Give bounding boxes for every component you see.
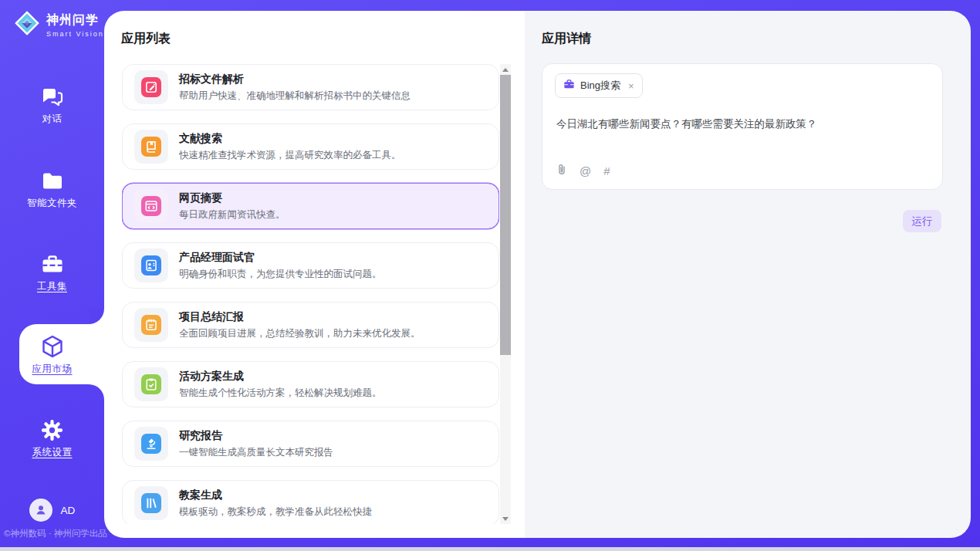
user-initials: AD bbox=[61, 505, 76, 516]
scroll-up-button[interactable] bbox=[500, 64, 511, 75]
sidebar-item-label: 系统设置 bbox=[32, 446, 73, 459]
app-card[interactable]: 教案生成 模板驱动，教案秒成，教学准备从此轻松快捷 bbox=[122, 480, 499, 524]
app-card-title: 产品经理面试官 bbox=[179, 251, 382, 265]
app-icon-tile bbox=[134, 130, 168, 164]
browser-code-icon bbox=[141, 196, 161, 216]
app-card-desc: 全面回顾项目进展，总结经验教训，助力未来优化发展。 bbox=[179, 327, 421, 340]
briefcase-icon bbox=[563, 79, 575, 93]
scroll-thumb[interactable] bbox=[500, 75, 511, 355]
app-card[interactable]: 产品经理面试官 明确身份和职责，为您提供专业性的面试问题。 bbox=[122, 242, 499, 289]
tool-tag-close-icon[interactable]: × bbox=[628, 80, 634, 92]
prompt-input-card[interactable]: Bing搜索 × 今日湖北有哪些新闻要点？有哪些需要关注的最新政策？ @ # bbox=[542, 63, 943, 190]
scrollbar[interactable] bbox=[500, 64, 511, 524]
mention-icon[interactable]: @ bbox=[580, 165, 591, 177]
app-card[interactable]: 项目总结汇报 全面回顾项目进展，总结经验教训，助力未来优化发展。 bbox=[122, 302, 499, 348]
scroll-down-button[interactable] bbox=[500, 513, 511, 524]
app-card[interactable]: 文献搜索 快速精准查找学术资源，提高研究效率的必备工具。 bbox=[122, 123, 499, 170]
book-icon bbox=[141, 137, 161, 157]
cube-icon bbox=[40, 335, 65, 358]
app-card[interactable]: 研究报告 一键智能生成高质量长文本研究报告 bbox=[122, 421, 499, 467]
app-icon-tile bbox=[134, 308, 168, 342]
folder-icon bbox=[41, 169, 64, 192]
sidebar-item-chat[interactable]: 对话 bbox=[0, 85, 104, 126]
brand-logo-icon bbox=[13, 9, 41, 40]
toolbox-icon bbox=[41, 252, 64, 276]
scroll-up-icon bbox=[502, 68, 509, 72]
user-row[interactable]: AD bbox=[0, 499, 104, 522]
app-card-title: 网页摘要 bbox=[179, 191, 286, 205]
app-card-desc: 每日政府新闻资讯快查。 bbox=[179, 208, 286, 221]
interviewer-icon bbox=[141, 255, 161, 276]
attachment-icon[interactable] bbox=[556, 163, 567, 179]
content-frame: 应用列表 招标文件解析 帮助用户快速、准确地理解和解析招标书中的关键信息 文献搜… bbox=[104, 11, 971, 538]
active-tab-curve-bottom bbox=[89, 384, 104, 400]
prompt-query-text: 今日湖北有哪些新闻要点？有哪些需要关注的最新政策？ bbox=[556, 117, 930, 132]
app-card[interactable]: 活动方案生成 智能生成个性化活动方案，轻松解决规划难题。 bbox=[122, 361, 499, 407]
sidebar-item-label: 对话 bbox=[42, 113, 63, 126]
person-icon bbox=[35, 504, 47, 516]
app-card-title: 项目总结汇报 bbox=[179, 310, 421, 324]
edit-doc-icon bbox=[141, 77, 161, 97]
app-icon-tile bbox=[134, 486, 168, 520]
app-window: { "brand": { "name": "神州问学", "subtitle":… bbox=[0, 0, 980, 551]
app-card-desc: 一键智能生成高质量长文本研究报告 bbox=[179, 446, 333, 459]
notepad-icon bbox=[141, 315, 161, 335]
app-card[interactable]: 招标文件解析 帮助用户快速、准确地理解和解析招标书中的关键信息 bbox=[122, 64, 499, 110]
bottom-strip bbox=[0, 547, 980, 551]
app-card-title: 招标文件解析 bbox=[179, 73, 411, 86]
app-list-panel: 应用列表 招标文件解析 帮助用户快速、准确地理解和解析招标书中的关键信息 文献搜… bbox=[104, 11, 525, 538]
gear-icon bbox=[41, 418, 63, 441]
tool-tag-label: Bing搜索 bbox=[580, 79, 620, 93]
app-icon-tile bbox=[134, 427, 168, 461]
sidebar-item-label: 智能文件夹 bbox=[27, 197, 77, 210]
chat-icon bbox=[41, 85, 64, 108]
sidebar-item-smart-folder[interactable]: 智能文件夹 bbox=[0, 169, 104, 210]
sidebar-item-label: 应用市场 bbox=[32, 363, 73, 376]
app-card[interactable]: 网页摘要 每日政府新闻资讯快查。 bbox=[122, 183, 499, 229]
sidebar-item-label: 工具集 bbox=[37, 280, 67, 293]
brand: 神州问学 Smart Vision bbox=[13, 9, 104, 40]
brand-subtitle: Smart Vision bbox=[46, 30, 104, 38]
sidebar-item-toolset[interactable]: 工具集 bbox=[0, 252, 104, 293]
app-card-title: 活动方案生成 bbox=[179, 370, 382, 384]
app-card-desc: 帮助用户快速、准确地理解和解析招标书中的关键信息 bbox=[179, 90, 411, 103]
app-list: 招标文件解析 帮助用户快速、准确地理解和解析招标书中的关键信息 文献搜索 快速精… bbox=[122, 64, 499, 524]
app-icon-tile bbox=[134, 70, 168, 104]
brand-name: 神州问学 bbox=[46, 12, 104, 29]
app-icon-tile bbox=[134, 248, 168, 282]
avatar[interactable] bbox=[29, 499, 52, 522]
scroll-down-icon bbox=[502, 517, 509, 521]
clipboard-check-icon bbox=[141, 374, 161, 394]
sidebar-item-app-market[interactable]: 应用市场 bbox=[0, 335, 104, 376]
app-card-desc: 智能生成个性化活动方案，轻松解决规划难题。 bbox=[179, 387, 382, 400]
active-tab-curve-top bbox=[89, 309, 104, 324]
run-button[interactable]: 运行 bbox=[903, 210, 941, 232]
app-detail-panel: 应用详情 Bing搜索 × 今日湖北有哪些新闻要点？有哪些需要关注的最新政策？ bbox=[525, 11, 971, 538]
app-card-desc: 快速精准查找学术资源，提高研究效率的必备工具。 bbox=[179, 149, 401, 162]
hashtag-icon[interactable]: # bbox=[603, 165, 610, 177]
sidebar: 神州问学 Smart Vision 对话 智能文件夹 工具集 应用市场 系统设置… bbox=[0, 0, 104, 547]
tool-tag[interactable]: Bing搜索 × bbox=[555, 73, 643, 98]
sidebar-item-system-settings[interactable]: 系统设置 bbox=[0, 418, 104, 459]
sidebar-footer: ©神州数码 · 神州问学出品 bbox=[4, 528, 107, 539]
app-card-title: 教案生成 bbox=[179, 488, 372, 502]
app-card-desc: 明确身份和职责，为您提供专业性的面试问题。 bbox=[179, 268, 382, 281]
app-detail-title: 应用详情 bbox=[542, 31, 591, 47]
app-list-title: 应用列表 bbox=[121, 31, 171, 47]
app-card-title: 文献搜索 bbox=[179, 132, 401, 146]
books-icon bbox=[141, 493, 161, 513]
app-icon-tile bbox=[134, 367, 168, 401]
app-card-desc: 模板驱动，教案秒成，教学准备从此轻松快捷 bbox=[179, 505, 372, 519]
app-icon-tile bbox=[134, 189, 168, 223]
app-card-title: 研究报告 bbox=[179, 429, 333, 443]
microscope-icon bbox=[141, 434, 161, 454]
prompt-toolbar: @ # bbox=[556, 163, 610, 179]
